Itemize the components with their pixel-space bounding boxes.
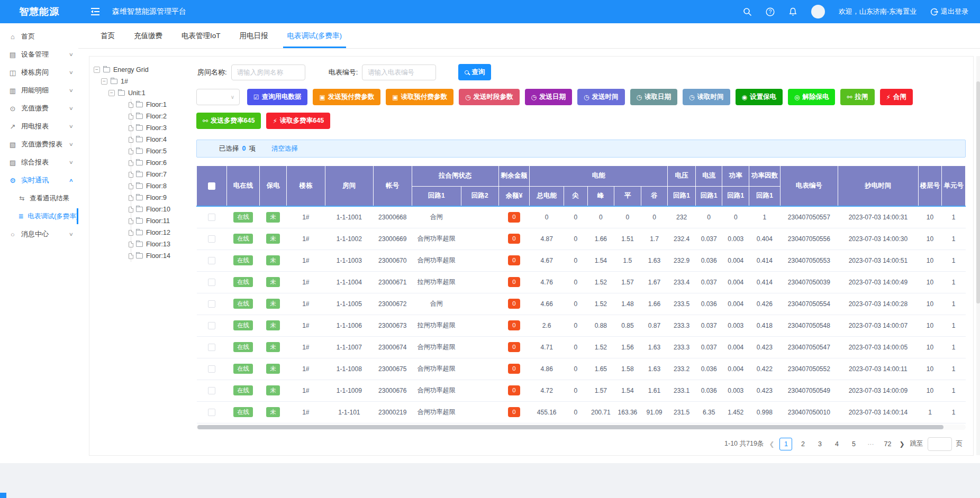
button-读取预付费参数[interactable]: ▣读取预付费参数 bbox=[386, 89, 453, 105]
tree-node-floor[interactable]: Floor:7 bbox=[129, 169, 191, 180]
vertical-scrollbar[interactable] bbox=[976, 56, 980, 455]
sidebar-item-设备管理[interactable]: ▤设备管理∨ bbox=[0, 45, 78, 63]
tree-node-floor[interactable]: Floor:13 bbox=[129, 238, 191, 250]
folder-icon bbox=[103, 67, 110, 72]
select-all-checkbox[interactable] bbox=[208, 182, 215, 190]
button-发送多费率645[interactable]: ⚯发送多费率645 bbox=[196, 113, 261, 129]
tree-node-floor[interactable]: Floor:9 bbox=[129, 192, 191, 204]
tree-node-floor[interactable]: Floor:1 bbox=[129, 99, 191, 110]
sidebar-subitem-label: 电表调试(多费率) bbox=[28, 212, 78, 221]
collapse-node-icon[interactable]: − bbox=[101, 78, 107, 85]
cell-total: 4.67 bbox=[530, 250, 564, 271]
button-拉闸[interactable]: ⚯拉闸 bbox=[840, 89, 874, 105]
user-avatar[interactable] bbox=[811, 5, 825, 19]
page-number-1[interactable]: 1 bbox=[779, 438, 792, 450]
cell-pf: 1 bbox=[749, 206, 781, 228]
tree-node-floor[interactable]: Floor:2 bbox=[129, 110, 191, 122]
page-number-72[interactable]: 72 bbox=[881, 438, 894, 450]
button-读取时间[interactable]: ◷读取时间 bbox=[683, 89, 730, 105]
tree-node-unit[interactable]: − Unit:1 bbox=[108, 87, 191, 99]
sidebar-item-楼栋房间[interactable]: ◫楼栋房间∨ bbox=[0, 63, 78, 81]
sidebar-item-首页[interactable]: ⌂首页 bbox=[0, 27, 78, 45]
button-发送时段参数[interactable]: ◷发送时段参数 bbox=[459, 89, 519, 105]
collapse-node-icon[interactable]: − bbox=[94, 67, 100, 73]
tab-首页[interactable]: 首页 bbox=[91, 23, 124, 48]
file-icon bbox=[129, 102, 133, 108]
row-checkbox[interactable] bbox=[208, 214, 215, 221]
button-查询用电数据[interactable]: ☑查询用电数据 bbox=[247, 89, 308, 105]
file-icon bbox=[129, 172, 133, 178]
cell-protect: 未 bbox=[260, 380, 287, 401]
sidebar-item-用电报表[interactable]: ↗用电报表∨ bbox=[0, 117, 78, 135]
tab-充值缴费[interactable]: 充值缴费 bbox=[124, 23, 172, 48]
cell-account: 23000671 bbox=[373, 271, 412, 293]
row-checkbox[interactable] bbox=[208, 387, 215, 394]
row-checkbox[interactable] bbox=[208, 409, 215, 416]
sidebar-subitem-查看通讯结果[interactable]: ⇆查看通讯结果 bbox=[0, 189, 78, 207]
page-number-4[interactable]: 4 bbox=[830, 438, 843, 450]
tree-node-floor[interactable]: Floor:8 bbox=[129, 180, 191, 192]
button-发送时间[interactable]: ◷发送时间 bbox=[577, 89, 624, 105]
cell-peak: 1.52 bbox=[587, 293, 614, 315]
button-设置保电[interactable]: ◉设置保电 bbox=[736, 89, 783, 105]
sidebar-item-充值缴费报表[interactable]: ▧充值缴费报表∨ bbox=[0, 135, 78, 153]
tree-node-floor[interactable]: Floor:10 bbox=[129, 204, 191, 215]
tree-node-root[interactable]: − Energy Grid bbox=[94, 64, 191, 76]
collapse-node-icon[interactable]: − bbox=[108, 90, 115, 96]
notification-bell-icon[interactable] bbox=[788, 7, 797, 16]
row-checkbox[interactable] bbox=[208, 257, 215, 264]
sidebar-item-综合报表[interactable]: ▨综合报表∨ bbox=[0, 153, 78, 171]
tree-node-label: Floor:4 bbox=[146, 136, 167, 143]
room-name-input[interactable] bbox=[231, 64, 305, 80]
clock-icon: ◷ bbox=[531, 94, 537, 101]
search-icon[interactable] bbox=[743, 7, 752, 16]
page-number-3[interactable]: 3 bbox=[813, 438, 826, 450]
cell-circuit1: 合闸功率超限 bbox=[412, 380, 461, 401]
tab-用电日报[interactable]: 用电日报 bbox=[230, 23, 278, 48]
tree-node-floor[interactable]: Floor:6 bbox=[129, 157, 191, 169]
tree-node-building[interactable]: − 1# bbox=[101, 76, 191, 87]
collapse-sidebar-icon[interactable] bbox=[90, 7, 101, 16]
sidebar-subitem-电表调试(多费率)[interactable]: ≣电表调试(多费率) bbox=[0, 207, 78, 225]
button-发送日期[interactable]: ◷发送日期 bbox=[525, 89, 572, 105]
row-checkbox[interactable] bbox=[208, 279, 215, 286]
jump-page-input[interactable] bbox=[928, 437, 952, 451]
tree-node-floor[interactable]: Floor:4 bbox=[129, 134, 191, 145]
home-icon: ⌂ bbox=[8, 33, 17, 41]
tree-node-floor[interactable]: Floor:5 bbox=[129, 145, 191, 157]
button-发送预付费参数[interactable]: ▣发送预付费参数 bbox=[313, 89, 380, 105]
tree-node-floor[interactable]: Floor:3 bbox=[129, 122, 191, 134]
rate-select[interactable]: ∨ bbox=[196, 89, 240, 105]
next-page-arrow[interactable]: ❯ bbox=[898, 440, 905, 448]
tree-node-floor[interactable]: Floor:11 bbox=[129, 215, 191, 227]
tab-电表管理IoT[interactable]: 电表管理IoT bbox=[172, 23, 230, 48]
tree-node-floor[interactable]: Floor:12 bbox=[129, 227, 191, 238]
page-number-5[interactable]: 5 bbox=[847, 438, 860, 450]
row-checkbox[interactable] bbox=[208, 365, 215, 373]
help-icon[interactable]: ? bbox=[766, 7, 775, 16]
horizontal-scrollbar[interactable] bbox=[196, 425, 966, 430]
button-读取多费率645[interactable]: ⚡读取多费率645 bbox=[266, 113, 330, 129]
row-checkbox[interactable] bbox=[208, 322, 215, 329]
row-checkbox[interactable] bbox=[208, 235, 215, 243]
row-checkbox[interactable] bbox=[208, 300, 215, 308]
row-checkbox[interactable] bbox=[208, 344, 215, 351]
sidebar-item-用能明细[interactable]: ▥用能明细∨ bbox=[0, 81, 78, 99]
search-button[interactable]: 查询 bbox=[458, 64, 491, 80]
sidebar-item-充值缴费[interactable]: ⊙充值缴费∨ bbox=[0, 99, 78, 117]
bolt-icon: ⚡ bbox=[273, 117, 277, 125]
sidebar-item-消息中心[interactable]: ○消息中心∨ bbox=[0, 225, 78, 243]
page-number-2[interactable]: 2 bbox=[796, 438, 809, 450]
prev-page-arrow[interactable]: ❮ bbox=[768, 440, 775, 448]
tab-电表调试(多费率)[interactable]: 电表调试(多费率) bbox=[278, 23, 352, 48]
logout-button[interactable]: 退出登录 bbox=[930, 7, 968, 16]
meter-no-input[interactable] bbox=[362, 64, 436, 80]
row-select-cell bbox=[197, 206, 227, 228]
button-合闸[interactable]: ⚡合闸 bbox=[880, 89, 913, 105]
chevron-down-icon: ∨ bbox=[69, 52, 74, 57]
button-读取日期[interactable]: ◷读取日期 bbox=[630, 89, 677, 105]
tree-node-floor[interactable]: Floor:14 bbox=[129, 250, 191, 262]
button-解除保电[interactable]: ◎解除保电 bbox=[788, 89, 835, 105]
sidebar-item-实时通讯[interactable]: ⚙实时通讯∧ bbox=[0, 171, 78, 189]
clear-selection-link[interactable]: 清空选择 bbox=[271, 144, 298, 153]
